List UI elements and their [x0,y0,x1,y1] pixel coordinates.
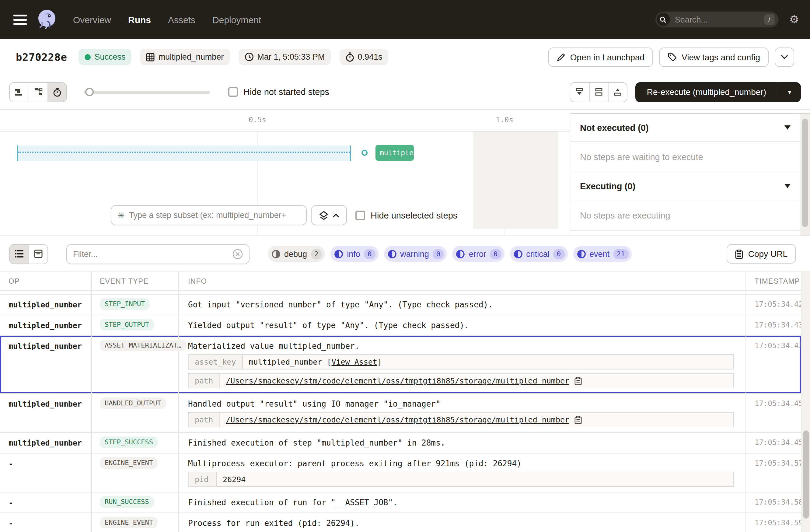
split-view-button[interactable] [589,82,608,101]
clear-filter-icon[interactable] [232,249,243,259]
level-label: error [469,249,486,258]
log-row[interactable]: -ENGINE_EVENTProcess for run exited (pid… [0,513,801,532]
section-caret-icon [784,184,791,188]
log-row[interactable]: multipled_numberSTEP_SUCCESSFinished exe… [0,433,801,453]
panel-section-header[interactable]: Executing (0) [570,172,800,200]
collapse-down-button[interactable] [570,82,589,101]
flat-gantt-icon [15,88,24,96]
log-event-type-cell: STEP_INPUT [92,295,179,315]
clipboard-icon [735,249,743,258]
job-tag[interactable]: multipled_number [140,49,230,65]
log-row[interactable]: multipled_numberASSET_MATERIALIZAT…Mater… [0,336,801,394]
log-info-cell: Process for run exited (pid: 26294). [179,513,745,532]
run-status-badge[interactable]: Success [79,49,132,65]
metadata-link[interactable]: /Users/smackesey/stm/code/elementl/oss/t… [226,376,569,385]
panel-scrollbar-thumb[interactable] [802,119,808,227]
log-timestamp-cell: 17:05:34.426 [745,295,801,315]
view-timed-button[interactable] [47,82,66,101]
log-info-text: Multiprocess executor: parent process ex… [188,459,734,468]
table-scrollbar-thumb[interactable] [803,430,809,519]
gantt-zoom-slider[interactable] [84,88,210,96]
panel-section-header[interactable]: Not executed (0) [570,114,800,142]
level-count-badge: 0 [553,249,564,259]
panel-scrollbar-track[interactable] [800,114,810,236]
view-tags-config-button[interactable]: View tags and config [659,47,768,67]
nav-item-deployment[interactable]: Deployment [212,14,261,25]
collapse-up-icon [613,88,622,96]
time-tick: 0.5s [248,116,266,124]
metadata-key: path [189,413,220,427]
global-search[interactable]: / [655,12,778,27]
gantt-view-mode-group [9,82,67,102]
level-count-badge: 0 [490,249,501,259]
nav-item-overview[interactable]: Overview [73,14,111,25]
log-level-toggle-warning[interactable]: warning0 [384,246,447,262]
metadata-key: asset_key [189,355,243,369]
log-info-cell: Got input "versioned_number" of type "An… [179,295,745,315]
panel-section-header[interactable]: Errored (0) [570,231,800,236]
log-op-cell: - [0,493,92,513]
reexecute-dropdown-caret[interactable]: ▾ [778,82,801,102]
log-level-toggle-critical[interactable]: critical0 [510,246,567,262]
metadata-link[interactable]: /Users/smackesey/stm/code/elementl/oss/t… [226,415,569,424]
nav-item-runs[interactable]: Runs [128,14,151,25]
log-level-toggle-debug[interactable]: debug2 [268,246,325,262]
event-type-pill: RUN_SUCCESS [100,496,154,507]
search-input[interactable] [670,15,764,24]
reexecute-label: Re-execute (multipled_number) [635,82,778,102]
log-info-text: Yielded output "result" of type "Any". (… [188,321,734,330]
log-op-cell: multipled_number [0,394,92,432]
run-duration-tag[interactable]: 0.941s [339,49,388,65]
log-info-text: Got input "versioned_number" of type "An… [188,300,734,309]
log-op-cell: multipled_number [0,336,92,393]
log-filter-input[interactable] [73,249,232,258]
log-level-toggle-info[interactable]: info0 [330,246,378,262]
log-row[interactable]: -ENGINE_EVENTMultiprocess executor: pare… [0,453,801,493]
collapse-up-button[interactable] [608,82,627,101]
log-row[interactable]: multipled_numberHANDLED_OUTPUTHandled ou… [0,394,801,433]
log-timestamp-cell: 17:05:34.585 [745,493,801,513]
hamburger-menu-icon[interactable] [13,14,27,25]
run-id: b270228e [16,51,67,63]
copy-url-button[interactable]: Copy URL [727,244,796,263]
view-flat-gantt-button[interactable] [10,82,29,101]
settings-gear-icon[interactable]: ⚙ [789,14,799,25]
step-subset-input[interactable] [129,211,300,220]
hide-not-started-checkbox[interactable] [228,87,238,97]
gantt-step-bar[interactable]: multiple… [375,145,414,161]
log-level-toggle-event[interactable]: event21 [573,246,632,262]
nav-item-assets[interactable]: Assets [168,14,195,25]
event-type-pill: ENGINE_EVENT [100,517,158,528]
log-row[interactable]: -RUN_SUCCESSFinished execution of run fo… [0,493,801,513]
view-waterfall-button[interactable] [29,82,47,101]
dagster-logo-icon[interactable] [35,8,59,31]
copy-path-icon[interactable] [574,376,582,385]
waterfall-icon [34,88,43,96]
hide-unselected-checkbox[interactable] [355,210,365,220]
partial-scrolled-row [0,291,801,295]
log-level-toggle-error[interactable]: error0 [452,246,504,262]
layers-icon [319,210,329,220]
open-in-launchpad-button[interactable]: Open in Launchpad [548,47,653,67]
split-view-icon [595,88,603,96]
toggle-on-icon [456,249,465,258]
log-timestamp-cell: 17:05:34.431 [745,315,801,335]
log-structured-view-button[interactable] [29,244,47,263]
log-filter-inputwrap[interactable] [66,244,249,264]
log-event-type-cell: STEP_OUTPUT [92,315,179,335]
graph-query-options-button[interactable] [311,205,347,225]
copy-path-icon[interactable] [574,416,582,424]
reexecute-button[interactable]: Re-execute (multipled_number) ▾ [635,82,801,102]
log-info-text: Materialized value multipled_number. [188,341,734,351]
slider-knob[interactable] [85,88,94,96]
run-datetime-tag[interactable]: Mar 1, 5:05:33 PM [238,49,331,65]
log-row[interactable]: multipled_numberSTEP_OUTPUTYielded outpu… [0,315,801,336]
log-list-view-button[interactable] [10,244,29,263]
metadata-link[interactable]: View Asset [331,357,377,367]
table-scrollbar-track[interactable] [801,271,810,532]
gantt-chart-body: multiple… ✳ Hide unselected steps [0,131,570,236]
run-actions-chevron-button[interactable] [775,47,794,67]
metadata-value: 26294 [217,472,733,486]
log-row[interactable]: multipled_numberSTEP_INPUTGot input "ver… [0,295,801,315]
step-subset-inputwrap[interactable]: ✳ [111,205,307,225]
